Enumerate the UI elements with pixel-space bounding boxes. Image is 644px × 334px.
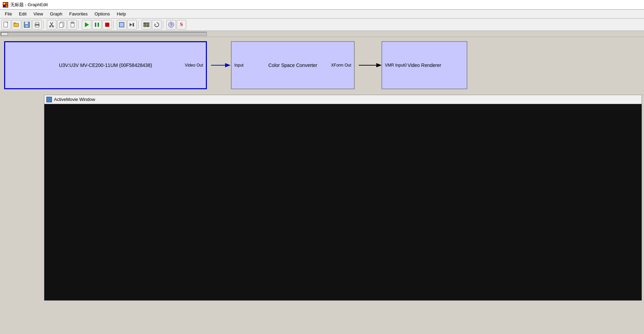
stop-button[interactable] <box>102 20 112 30</box>
scrollbar-area[interactable] <box>0 31 644 37</box>
help-button[interactable]: ? <box>166 20 176 30</box>
app-icon <box>3 2 8 8</box>
menu-view[interactable]: View <box>30 10 46 18</box>
activemovie-window[interactable]: ActiveMovie Window <box>44 95 642 301</box>
node-converter-label: Color Space Converter <box>267 61 319 69</box>
svg-rect-31 <box>133 23 134 26</box>
svg-rect-14 <box>35 25 39 27</box>
svg-marker-36 <box>155 23 156 25</box>
svg-rect-5 <box>4 22 8 27</box>
svg-rect-8 <box>14 23 16 24</box>
svg-rect-23 <box>71 22 74 23</box>
save-button[interactable] <box>22 20 32 30</box>
print-button[interactable] <box>32 20 42 30</box>
svg-rect-29 <box>120 23 123 26</box>
menu-file[interactable]: File <box>1 10 15 18</box>
menu-bar: File Edit View Graph Favorites Options H… <box>0 10 644 19</box>
svg-rect-33 <box>147 23 149 24</box>
svg-rect-32 <box>144 23 146 24</box>
menu-options[interactable]: Options <box>91 10 113 18</box>
activemovie-content <box>44 104 642 300</box>
svg-rect-25 <box>95 23 96 27</box>
new-button[interactable] <box>1 20 11 30</box>
node-converter[interactable]: Color Space Converter Input XForm Out <box>231 41 355 89</box>
pause-button[interactable] <box>92 20 102 30</box>
menu-graph[interactable]: Graph <box>46 10 66 18</box>
graph-canvas[interactable]: U3V:U3V MV-CE200-11UM (00F58428438) Vide… <box>0 37 644 334</box>
window-title: 无标题 - GraphEdit <box>10 2 48 8</box>
title-bar: 无标题 - GraphEdit <box>0 0 644 10</box>
sep5 <box>163 21 165 29</box>
pin-xform-out: XForm Out <box>331 63 351 68</box>
svg-rect-13 <box>35 22 39 24</box>
node-source[interactable]: U3V:U3V MV-CE200-11UM (00F58428438) Vide… <box>4 41 207 89</box>
svg-text:?: ? <box>170 23 173 27</box>
activemovie-icon <box>46 97 52 102</box>
node-renderer[interactable]: Video Renderer VMR Input0 <box>381 41 467 89</box>
node-source-label: U3V:U3V MV-CE200-11UM (00F58428438) <box>57 61 153 69</box>
svg-rect-4 <box>6 5 8 7</box>
svg-rect-35 <box>147 25 149 27</box>
sep4 <box>138 21 140 29</box>
spy-button[interactable]: S <box>177 20 186 30</box>
pin-vmr-input0: VMR Input0 <box>385 63 407 68</box>
cut-button[interactable] <box>47 20 56 30</box>
sep2 <box>78 21 80 29</box>
svg-rect-2 <box>6 3 8 4</box>
menu-favorites[interactable]: Favorites <box>66 10 91 18</box>
node-renderer-label: Video Renderer <box>406 61 443 69</box>
svg-rect-27 <box>105 23 109 27</box>
sep1 <box>43 21 45 29</box>
sep3 <box>113 21 115 29</box>
refresh-button[interactable] <box>152 20 162 30</box>
svg-rect-1 <box>3 3 5 4</box>
scrollbar-track[interactable] <box>1 32 207 36</box>
svg-marker-30 <box>130 23 132 26</box>
svg-marker-24 <box>85 22 89 27</box>
svg-point-15 <box>38 24 39 25</box>
menu-help[interactable]: Help <box>113 10 130 18</box>
scrollbar-thumb[interactable] <box>1 32 8 36</box>
play-button[interactable] <box>82 20 91 30</box>
svg-rect-26 <box>98 23 99 27</box>
activemovie-titlebar: ActiveMovie Window <box>44 95 642 104</box>
fullscreen-button[interactable] <box>117 20 126 30</box>
svg-rect-21 <box>59 23 63 27</box>
svg-rect-34 <box>144 25 146 27</box>
copy-button[interactable] <box>57 20 67 30</box>
pin-input: Input <box>234 63 244 68</box>
filter-button[interactable] <box>142 20 151 30</box>
paste-button[interactable] <box>67 20 77 30</box>
menu-edit[interactable]: Edit <box>15 10 30 18</box>
svg-rect-3 <box>3 5 5 7</box>
svg-rect-11 <box>25 25 28 27</box>
pin-video-out: Video Out <box>185 63 203 68</box>
spy-label: S <box>180 22 183 27</box>
open-button[interactable] <box>12 20 21 30</box>
toolbar: ? S <box>0 19 644 31</box>
svg-rect-10 <box>25 22 28 24</box>
step-button[interactable] <box>127 20 137 30</box>
activemovie-title: ActiveMovie Window <box>54 97 95 102</box>
